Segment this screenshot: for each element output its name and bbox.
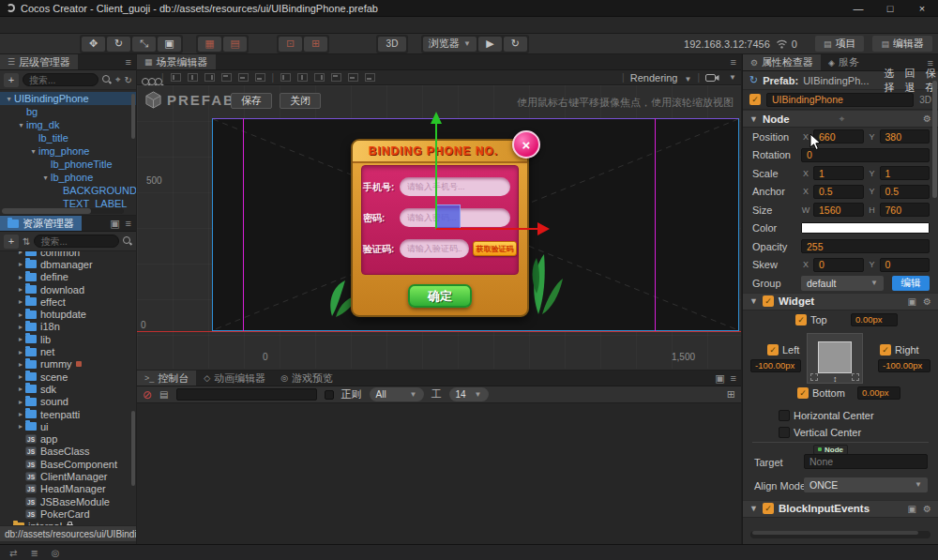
scale-x-input[interactable]: 1 — [813, 166, 864, 180]
gear-icon[interactable]: ⚙ — [923, 504, 931, 514]
tab-game-preview[interactable]: ◎ 游戏预览 — [273, 371, 340, 386]
hierarchy-node[interactable]: lb_phoneTitle — [0, 158, 136, 171]
copy-icon[interactable]: ▣ — [908, 296, 916, 307]
expand-arrow-icon[interactable] — [16, 360, 25, 369]
widget-right-checkbox[interactable]: ✓ — [880, 344, 891, 356]
search-icon[interactable] — [102, 75, 112, 84]
distribute-vertical-icon[interactable] — [348, 73, 358, 82]
skew-x-input[interactable]: 0 — [813, 258, 864, 272]
assets-search-input[interactable] — [34, 235, 119, 248]
size-w-input[interactable]: 1560 — [813, 203, 864, 217]
preview-eye-icon[interactable]: ◎ — [52, 548, 60, 558]
asset-item[interactable]: ui — [0, 420, 136, 432]
panel-copy-icon[interactable]: ▣ — [110, 218, 119, 230]
log-level-select[interactable]: All ▼ — [370, 387, 424, 401]
global-coord-icon[interactable]: ⊞ — [304, 37, 327, 52]
asset-item[interactable]: common — [0, 251, 136, 258]
align-mode-select[interactable]: ONCE ▼ — [804, 477, 928, 492]
expand-arrow-icon[interactable] — [16, 323, 25, 331]
tab-animation-editor[interactable]: ◇ 动画编辑器 — [196, 371, 273, 386]
asset-item[interactable]: BaseClass — [0, 446, 136, 458]
panel-menu-icon[interactable]: ≡ — [126, 218, 131, 229]
inspector-vscrollbar[interactable] — [932, 81, 937, 198]
chevron-down-icon[interactable]: ▼ — [729, 73, 736, 82]
rotation-input[interactable]: 0 — [801, 148, 930, 162]
distribute-horizontal-icon[interactable] — [297, 73, 308, 82]
expand-arrow-icon[interactable] — [16, 297, 25, 306]
horizontal-center-checkbox[interactable]: ✓ — [779, 410, 790, 421]
asset-item[interactable]: i18n — [0, 321, 136, 333]
maximize-button[interactable]: □ — [874, 0, 906, 17]
dialog-close-button[interactable]: × — [512, 130, 540, 159]
panel-menu-icon[interactable]: ≡ — [731, 372, 736, 384]
widget-right-input[interactable]: -100.00px — [878, 359, 930, 372]
group-select[interactable]: default ▼ — [801, 276, 884, 291]
console-filter-input[interactable] — [176, 388, 317, 401]
color-swatch[interactable] — [801, 222, 930, 234]
block-input-events-checkbox[interactable]: ✓ — [763, 503, 774, 514]
hierarchy-node[interactable]: img_dk — [0, 118, 136, 131]
expand-arrow-icon[interactable] — [16, 422, 25, 431]
hierarchy-node[interactable]: bg — [0, 105, 136, 118]
expand-arrow-icon[interactable] — [16, 385, 25, 393]
open-project-button[interactable]: ▤ 项目 — [815, 36, 865, 52]
hierarchy-node[interactable]: lb_title — [0, 131, 136, 144]
scale-y-input[interactable]: 1 — [880, 166, 930, 180]
opacity-input[interactable]: 255 — [801, 239, 930, 253]
expand-arrow-icon[interactable] — [16, 410, 25, 418]
expand-arrow-icon[interactable] — [16, 398, 25, 406]
gear-icon[interactable]: ⚙ — [923, 296, 931, 307]
locate-node-icon[interactable]: ⌖ — [115, 74, 121, 85]
collapse-arrow-icon[interactable]: ▼ — [749, 504, 758, 513]
hierarchy-hscrollbar[interactable] — [2, 208, 124, 214]
expand-arrow-icon[interactable] — [16, 251, 25, 256]
prefab-close-button[interactable]: 关闭 — [280, 93, 321, 109]
asset-item[interactable]: BaseComponent — [0, 458, 136, 470]
regex-checkbox[interactable] — [325, 390, 334, 400]
expand-arrow-icon[interactable] — [4, 95, 14, 103]
create-asset-button[interactable]: + — [4, 235, 19, 249]
rendering-dropdown[interactable]: Rendering ▼ — [630, 72, 692, 83]
prefab-save-button[interactable]: 保存 — [231, 93, 272, 109]
rect-tool-icon[interactable]: ▣ — [158, 37, 181, 52]
anchor-x-input[interactable]: 0.5 — [813, 185, 864, 199]
asset-item[interactable]: download — [0, 283, 136, 295]
widget-top-checkbox[interactable]: ✓ — [795, 314, 807, 325]
align-left-icon[interactable] — [171, 73, 181, 82]
3d-toggle-button[interactable]: 3D — [378, 37, 406, 52]
asset-item[interactable]: JSBaseModule — [0, 495, 136, 507]
minimize-button[interactable]: — — [842, 0, 874, 17]
panel-copy-icon[interactable]: ▣ — [715, 372, 724, 385]
align-middle-vertical-icon[interactable] — [238, 73, 249, 82]
widget-section-header[interactable]: ▼ ✓ Widget ▣⚙ — [743, 293, 938, 310]
hierarchy-node[interactable]: TEXT_LABEL — [0, 197, 136, 207]
close-button[interactable]: × — [906, 0, 938, 17]
anchor-mode-icon[interactable]: ▤ — [223, 37, 247, 52]
refresh-tree-icon[interactable]: ↻ — [125, 75, 132, 85]
scale-tool-icon[interactable]: ⤡ — [132, 37, 156, 52]
clear-console-icon[interactable]: ⊘ — [143, 388, 152, 401]
camera-icon[interactable] — [705, 73, 719, 83]
play-button[interactable]: ▶ — [478, 37, 502, 52]
expand-arrow-icon[interactable] — [16, 285, 25, 294]
tab-hierarchy[interactable]: ☰ 层级管理器 — [0, 54, 78, 69]
node-active-checkbox[interactable]: ✓ — [749, 94, 761, 105]
tab-properties[interactable]: ⚙ 属性检查器 — [743, 54, 821, 70]
move-tool-icon[interactable]: ✥ — [82, 37, 105, 52]
asset-item[interactable]: app — [0, 432, 136, 445]
distribute-bottom-icon[interactable] — [365, 73, 375, 82]
align-top-icon[interactable] — [221, 73, 232, 82]
expand-arrow-icon[interactable] — [16, 260, 25, 268]
tab-assets[interactable]: 资源管理器 — [0, 216, 82, 231]
inspector-hscrollbar[interactable] — [750, 531, 930, 538]
expand-arrow-icon[interactable] — [16, 335, 25, 343]
widget-left-checkbox[interactable]: ✓ — [767, 344, 779, 356]
asset-item[interactable]: net — [0, 345, 136, 357]
expand-arrow-icon[interactable] — [16, 310, 25, 319]
align-center-horizontal-icon[interactable] — [188, 73, 198, 82]
gear-icon[interactable]: ⚙ — [923, 114, 931, 124]
asset-item[interactable]: hotupdate — [0, 308, 136, 320]
open-editor-button[interactable]: ▤ 编辑器 — [872, 36, 932, 52]
asset-item[interactable]: internal — [0, 521, 136, 525]
expand-arrow-icon[interactable] — [16, 121, 26, 129]
